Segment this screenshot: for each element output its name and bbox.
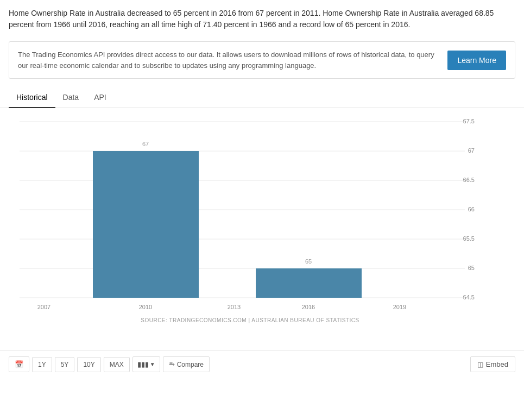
calendar-button[interactable]: 📅 <box>9 356 29 372</box>
y-label-65-5: 65.5 <box>463 235 475 242</box>
x-label-2010: 2010 <box>139 304 152 310</box>
chart-area: 67.5 67 66.5 66 65.5 65 64.5 67 65 2007 … <box>0 108 524 350</box>
y-label-64-5: 64.5 <box>463 294 475 300</box>
description-text: Home Ownership Rate in Australia decreas… <box>0 0 524 36</box>
source-text: SOURCE: TRADINGECONOMICS.COM | AUSTRALIA… <box>9 317 491 323</box>
learn-more-button[interactable]: Learn More <box>447 51 506 70</box>
y-label-66-5: 66.5 <box>463 177 475 183</box>
btn-1y[interactable]: 1Y <box>32 357 52 372</box>
embed-icon: ◫ <box>477 361 483 368</box>
x-label-2013: 2013 <box>228 304 241 310</box>
x-label-2019: 2019 <box>393 304 406 310</box>
tabs-container: Historical Data API <box>0 87 524 108</box>
embed-label: Embed <box>486 360 508 368</box>
x-label-2007: 2007 <box>37 304 50 310</box>
bar-2011 <box>93 151 199 298</box>
compare-icon: ⥱ <box>169 360 175 368</box>
bar-2016 <box>256 268 362 298</box>
btn-5y[interactable]: 5Y <box>55 357 75 372</box>
compare-button[interactable]: ⥱ Compare <box>163 356 210 372</box>
calendar-icon: 📅 <box>15 360 23 368</box>
api-banner: The Trading Economics API provides direc… <box>9 41 515 79</box>
chevron-down-icon: ▼ <box>150 361 155 367</box>
btn-max[interactable]: MAX <box>104 357 130 372</box>
chart-type-button[interactable]: ▮▮▮ ▼ <box>132 356 160 372</box>
embed-button[interactable]: ◫ Embed <box>470 356 515 372</box>
y-label-67-5: 67.5 <box>463 118 475 124</box>
tab-api[interactable]: API <box>86 87 114 108</box>
btn-10y[interactable]: 10Y <box>77 357 100 372</box>
y-label-65: 65 <box>468 265 475 271</box>
compare-label: Compare <box>177 361 204 368</box>
toolbar: 📅 1Y 5Y 10Y MAX ▮▮▮ ▼ ⥱ Compare ◫ Embed <box>0 350 524 378</box>
api-banner-text: The Trading Economics API provides direc… <box>18 49 437 71</box>
chart-svg: 67.5 67 66.5 66 65.5 65 64.5 67 65 2007 … <box>9 114 487 315</box>
tab-data[interactable]: Data <box>55 87 87 108</box>
bar-label-67: 67 <box>142 141 149 147</box>
x-label-2016: 2016 <box>302 304 315 310</box>
y-label-66: 66 <box>468 206 475 212</box>
description-content: Home Ownership Rate in Australia decreas… <box>9 9 494 29</box>
y-label-67: 67 <box>468 147 475 154</box>
bar-chart-icon: ▮▮▮ <box>137 360 149 368</box>
tab-historical[interactable]: Historical <box>9 87 55 108</box>
bar-label-65: 65 <box>305 258 312 265</box>
toolbar-left: 📅 1Y 5Y 10Y MAX ▮▮▮ ▼ ⥱ Compare <box>9 356 470 372</box>
